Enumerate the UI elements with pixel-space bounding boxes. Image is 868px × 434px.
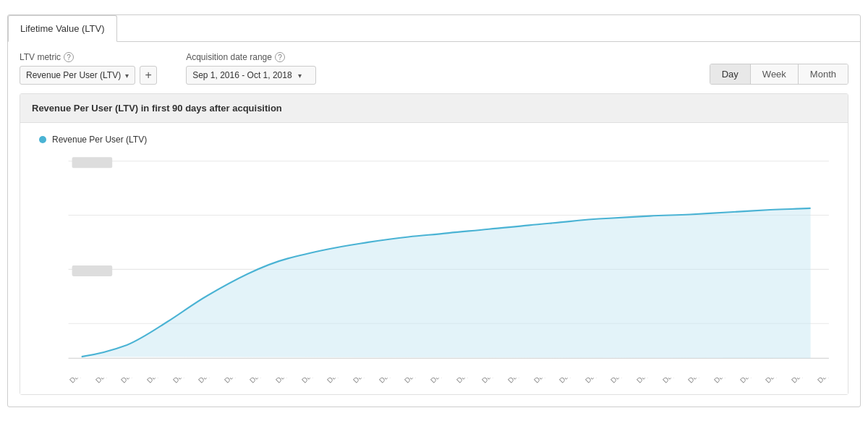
svg-rect-5 — [72, 157, 113, 168]
x-label-day24: Day 24 — [274, 378, 294, 385]
x-label-day15: Day 15 — [197, 378, 217, 385]
date-range-arrow-icon: ▾ — [298, 72, 302, 80]
metric-select-value: Revenue Per User (LTV) — [26, 70, 121, 80]
acquisition-date-label: Acquisition date range ? — [186, 52, 316, 62]
ltv-metric-label: LTV metric ? — [20, 52, 157, 62]
x-label-day72: Day 72 — [686, 378, 707, 385]
x-label-day21: Day 21 — [248, 378, 268, 385]
x-label-day60: Day 60 — [584, 378, 604, 385]
chart-area-fill — [82, 208, 811, 358]
metric-select-arrow-icon: ▾ — [125, 72, 129, 80]
x-label-day18: Day 18 — [223, 378, 243, 385]
x-label-day51: Day 51 — [506, 378, 527, 385]
time-period-toggle: Day Week Month — [710, 64, 848, 85]
x-label-day69: Day 69 — [661, 378, 681, 385]
x-label-day39: Day 39 — [403, 378, 423, 385]
x-axis-labels: Day 0 Day 3 Day 6 Day 9 Day 12 Day 15 Da… — [32, 378, 836, 394]
x-label-day45: Day 45 — [455, 378, 475, 385]
ltv-metric-help-icon[interactable]: ? — [64, 52, 74, 62]
x-label-day63: Day 63 — [609, 378, 629, 385]
x-label-day33: Day 33 — [352, 378, 372, 385]
legend-label-revenue: Revenue Per User (LTV) — [52, 135, 147, 145]
x-label-day30: Day 30 — [326, 378, 346, 385]
add-metric-button[interactable]: + — [140, 66, 157, 85]
chart-svg — [32, 153, 836, 378]
x-label-day3: Day 3 — [94, 378, 114, 385]
metric-select-wrapper: Revenue Per User (LTV) ▾ + — [20, 66, 157, 85]
date-range-dropdown[interactable]: Sep 1, 2016 - Oct 1, 2018 ▾ — [186, 66, 316, 85]
x-label-day48: Day 48 — [480, 378, 501, 385]
chart-body: Revenue Per User (LTV) — [20, 123, 848, 394]
chart-area — [32, 153, 836, 378]
x-label-day84: Day 84 — [790, 378, 810, 385]
x-label-day36: Day 36 — [378, 378, 398, 385]
x-label-day75: Day 75 — [712, 378, 733, 385]
controls-row: LTV metric ? Revenue Per User (LTV) ▾ + … — [8, 42, 860, 93]
tab-ltv[interactable]: Lifetime Value (LTV) — [8, 15, 117, 42]
x-label-day6: Day 6 — [119, 378, 140, 385]
chart-section: Revenue Per User (LTV) in first 90 days … — [20, 93, 848, 395]
x-label-day9: Day 9 — [145, 378, 166, 385]
metric-select-dropdown[interactable]: Revenue Per User (LTV) ▾ — [20, 66, 135, 85]
toggle-month-button[interactable]: Month — [799, 64, 848, 84]
chart-title: Revenue Per User (LTV) in first 90 days … — [20, 94, 848, 123]
x-label-day57: Day 57 — [558, 378, 578, 385]
toggle-day-button[interactable]: Day — [710, 64, 751, 84]
chart-legend: Revenue Per User (LTV) — [32, 135, 836, 145]
date-range-value: Sep 1, 2016 - Oct 1, 2018 — [192, 70, 292, 80]
svg-rect-6 — [72, 265, 113, 276]
ltv-metric-group: LTV metric ? Revenue Per User (LTV) ▾ + — [20, 52, 157, 85]
acquisition-date-help-icon[interactable]: ? — [275, 52, 285, 62]
x-label-day27: Day 27 — [300, 378, 320, 385]
x-label-day12: Day 12 — [171, 378, 192, 385]
toggle-week-button[interactable]: Week — [751, 64, 799, 84]
x-label-day87: Day 87 — [816, 378, 836, 385]
x-label-day81: Day 81 — [764, 378, 784, 385]
x-label-day66: Day 66 — [635, 378, 655, 385]
x-label-day54: Day 54 — [532, 378, 553, 385]
acquisition-date-group: Acquisition date range ? Sep 1, 2016 - O… — [186, 52, 316, 85]
x-label-day0: Day 0 — [68, 378, 88, 385]
x-label-day42: Day 42 — [429, 378, 449, 385]
tab-bar: Lifetime Value (LTV) — [8, 15, 860, 42]
tab-ltv-label: Lifetime Value (LTV) — [20, 23, 105, 34]
x-label-day78: Day 78 — [739, 378, 759, 385]
legend-dot-revenue — [39, 136, 46, 143]
